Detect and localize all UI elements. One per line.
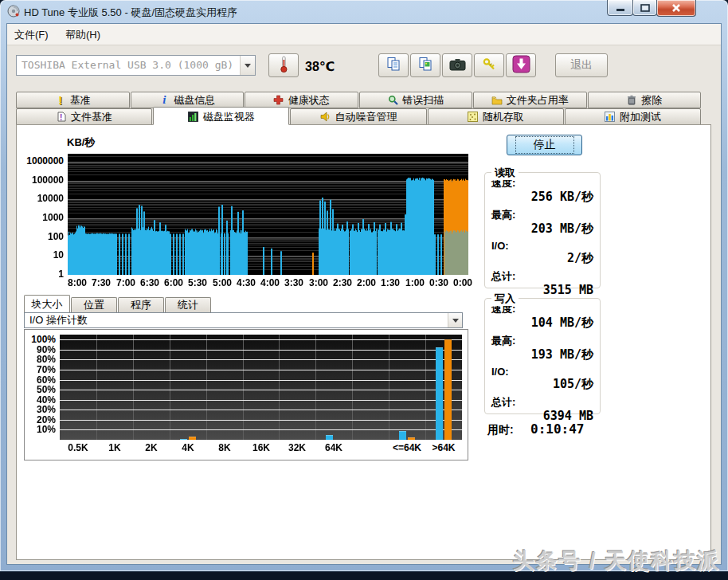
temperature-button[interactable] (268, 53, 299, 77)
read-max-label: 最高: (491, 208, 593, 222)
window-title: HD Tune 专业版 5.50 - 硬盘/固态硬盘实用程序 (24, 6, 237, 20)
tab-health[interactable]: 健康状态 (245, 92, 358, 108)
copy-text-icon (386, 57, 401, 75)
maximize-button[interactable] (632, 0, 657, 16)
read-max-value: 203 MB/秒 (491, 221, 593, 237)
tab-folder-usage[interactable]: 文件夹占用率 (473, 92, 587, 108)
chevron-down-icon[interactable] (240, 56, 255, 75)
write-max-value: 193 MB/秒 (491, 347, 593, 362)
screenshot-button[interactable] (442, 53, 472, 77)
trash-icon (626, 95, 637, 106)
hist-y-tick-50: 50% (22, 384, 56, 395)
subtab-row: 块大小位置程序统计 (24, 295, 212, 312)
y-tick-10000: 10000 (13, 193, 64, 204)
exit-button-label: 退出 (570, 58, 593, 72)
keys-button[interactable] (474, 53, 504, 77)
tab-file-benchmark[interactable]: !文件基准 (16, 108, 152, 125)
thermometer-icon (279, 55, 289, 76)
copy-text-button[interactable] (378, 53, 409, 77)
health-icon (273, 95, 284, 106)
y-tick-1: 1 (13, 268, 64, 280)
read-speed-value: 256 KB/秒 (491, 190, 593, 205)
disk-monitor-chart (68, 154, 468, 275)
write-total-label: 总计: (491, 395, 593, 410)
write-speed-value: 104 MB/秒 (491, 315, 593, 331)
write-group-title: 写入 (491, 292, 519, 306)
hist-y-tick-30: 30% (22, 404, 56, 415)
write-max-label: 最高: (491, 334, 593, 348)
tab-row-1: !基准i磁盘信息健康状态错误扫描文件夹占用率擦除 (16, 92, 702, 108)
chevron-down-icon[interactable] (448, 313, 462, 327)
hist-y-tick-100: 100% (22, 334, 56, 345)
download-icon (512, 55, 530, 76)
hist-y-tick-80: 80% (22, 354, 56, 365)
tab-disk-info[interactable]: i磁盘信息 (131, 92, 245, 108)
tab-error-scan[interactable]: 错误扫描 (359, 92, 473, 108)
hist-x-tick-64K: 64K (310, 442, 358, 453)
y-tick-10: 10 (13, 249, 64, 261)
temperature-value: 38℃ (305, 59, 335, 74)
hist-y-tick-10: 10% (22, 424, 56, 435)
write-group: 写入 速度:104 MB/秒 最高:193 MB/秒 I/O:105/秒 总计:… (484, 298, 601, 414)
stop-button[interactable]: 停止 (507, 135, 582, 155)
close-button[interactable] (656, 0, 696, 17)
minimize-button[interactable] (607, 0, 633, 16)
app-icon (7, 5, 20, 21)
tab-aam[interactable]: 自动噪音管理 (290, 108, 426, 125)
camera-icon (449, 57, 466, 74)
watermark: 头条号 / 天使科技派 (512, 547, 720, 575)
histogram-mode-dropdown[interactable]: I/O 操作计数 (24, 312, 463, 328)
read-group: 读取 速度:256 KB/秒 最高:203 MB/秒 I/O:2/秒 总计:35… (484, 172, 601, 288)
hist-x-tick->64K: >64K (420, 442, 468, 453)
tab-erase[interactable]: 擦除 (588, 92, 702, 108)
copy-image-button[interactable] (410, 53, 440, 77)
read-total-label: 总计: (491, 269, 593, 284)
info-icon: i (159, 95, 170, 106)
read-io-value: 2/秒 (491, 251, 593, 266)
read-group-title: 读取 (491, 166, 519, 180)
tab-extra-tests[interactable]: 附加测试 (565, 108, 701, 125)
scan-icon (387, 95, 398, 106)
menu-file[interactable]: 文件(F) (10, 26, 53, 44)
exit-button[interactable]: 退出 (555, 53, 608, 77)
filedoc-icon: ! (56, 112, 67, 123)
exclaim-icon: ! (55, 95, 66, 106)
tab-random-access[interactable]: 随机存取 (428, 108, 564, 125)
screen: HD Tune 专业版 5.50 - 硬盘/固态硬盘实用程序 文件(F) 帮助(… (0, 0, 728, 580)
random-icon (468, 112, 479, 123)
write-io-value: 105/秒 (491, 377, 593, 392)
app-window: HD Tune 专业版 5.50 - 硬盘/固态硬盘实用程序 文件(F) 帮助(… (0, 0, 728, 571)
y-tick-100000: 100000 (13, 174, 64, 186)
subtab-3[interactable]: 统计 (165, 297, 211, 312)
menu-help[interactable]: 帮助(H) (61, 26, 105, 44)
titlebar[interactable]: HD Tune 专业版 5.50 - 硬盘/固态硬盘实用程序 (0, 0, 728, 23)
drive-select-value: TOSHIBA External USB 3.0 (1000 gB) (17, 56, 240, 75)
elapsed-label: 用时: (487, 423, 514, 437)
histogram-mode-value: I/O 操作计数 (25, 313, 448, 327)
hist-y-tick-70: 70% (22, 364, 56, 375)
keys-icon (482, 57, 497, 75)
speaker-icon (320, 112, 331, 123)
copy-image-icon (418, 57, 433, 75)
tab-benchmark[interactable]: !基准 (16, 92, 130, 108)
elapsed-value: 0:10:47 (530, 421, 584, 437)
x-tick-0:00: 0:00 (445, 277, 480, 288)
y-tick-1000000: 1000000 (13, 155, 64, 167)
tab-disk-monitor[interactable]: 磁盘监视器 (153, 107, 289, 125)
write-io-label: I/O: (491, 366, 593, 378)
folder-icon (491, 95, 503, 106)
y-tick-1000: 1000 (13, 212, 64, 223)
chart-unit-label: KB/秒 (67, 135, 95, 150)
drive-select[interactable]: TOSHIBA External USB 3.0 (1000 gB) (16, 55, 256, 76)
subtab-0[interactable]: 块大小 (24, 295, 70, 312)
y-tick-100: 100 (13, 231, 64, 242)
extra-icon (605, 112, 616, 123)
svg-text:!: ! (60, 113, 62, 122)
subtab-1[interactable]: 位置 (71, 297, 117, 312)
stop-button-label: 停止 (515, 136, 574, 154)
save-download-button[interactable] (506, 53, 536, 77)
io-size-histogram (60, 335, 462, 440)
subtab-2[interactable]: 程序 (118, 297, 164, 312)
menubar (7, 24, 721, 45)
monitor-icon (188, 112, 199, 123)
